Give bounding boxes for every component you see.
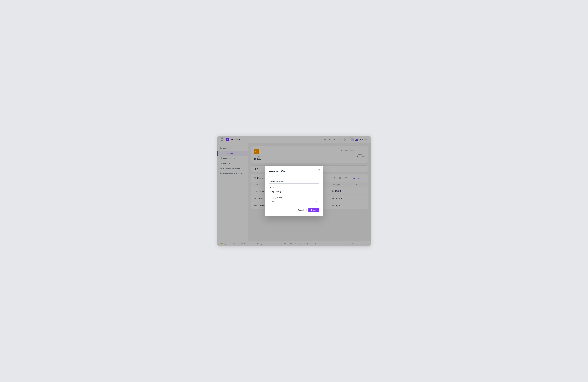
fullname-label: Full Name * (269, 186, 319, 188)
company-label: Company Name (269, 196, 319, 199)
modal-title: Invite New User (269, 170, 319, 173)
cancel-button[interactable]: Cancel (295, 208, 307, 212)
email-label: Email * (269, 176, 319, 178)
invite-button[interactable]: Invite (308, 208, 319, 212)
invite-user-modal: ✕ Invite New User Email * Full Name * (265, 166, 323, 216)
modal-overlay: ✕ Invite New User Email * Full Name * (217, 136, 371, 246)
company-select-wrapper: AWS (269, 199, 319, 204)
modal-close-button[interactable]: ✕ (317, 168, 321, 172)
page-wrapper: TrustShare Contact Support (0, 0, 588, 382)
email-input[interactable] (269, 179, 319, 184)
company-select[interactable]: AWS (269, 199, 319, 204)
email-field-group: Email * (269, 176, 319, 184)
fullname-input[interactable] (269, 189, 319, 194)
fullname-field-group: Full Name * (269, 186, 319, 194)
modal-actions: Cancel Invite (269, 208, 319, 212)
company-field-group: Company Name AWS (269, 196, 319, 204)
email-required-star: * (274, 176, 274, 178)
fullname-required-star: * (277, 186, 278, 188)
app-window: TrustShare Contact Support (217, 136, 371, 246)
